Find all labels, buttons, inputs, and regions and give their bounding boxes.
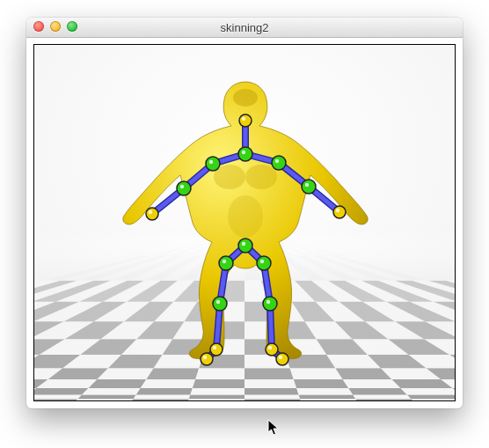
svg-marker-62 [348, 388, 407, 394]
joint-l_toe[interactable] [201, 353, 213, 365]
svg-marker-108 [244, 368, 294, 379]
svg-marker-38 [353, 395, 411, 400]
svg-marker-85 [294, 379, 348, 388]
joint-r_elbow[interactable] [302, 180, 316, 194]
svg-marker-84 [244, 379, 296, 388]
application-window: skinning2 [26, 18, 463, 408]
svg-point-292 [233, 89, 258, 106]
svg-point-290 [245, 165, 277, 189]
svg-marker-10 [133, 399, 189, 400]
svg-marker-82 [141, 379, 195, 388]
svg-point-311 [275, 159, 279, 163]
svg-marker-11 [188, 399, 244, 400]
close-icon[interactable] [33, 21, 44, 32]
svg-marker-57 [82, 388, 141, 394]
window-title: skinning2 [221, 21, 269, 34]
zoom-icon[interactable] [67, 21, 77, 32]
svg-point-312 [180, 185, 184, 188]
svg-marker-14 [355, 399, 412, 400]
svg-marker-107 [195, 368, 244, 379]
svg-marker-8 [34, 399, 78, 400]
joint-r_ankle[interactable] [266, 343, 278, 356]
svg-point-291 [228, 195, 263, 238]
svg-point-322 [268, 346, 272, 349]
svg-point-316 [242, 242, 245, 246]
joint-r_toe[interactable] [276, 353, 288, 365]
joint-l_shoulder[interactable] [206, 157, 220, 171]
gl-viewport[interactable] [33, 44, 456, 401]
joint-head[interactable] [239, 114, 252, 127]
svg-marker-15 [411, 399, 455, 400]
joint-pelvis[interactable] [238, 239, 252, 253]
minimize-icon[interactable] [50, 21, 61, 32]
svg-marker-56 [34, 388, 89, 394]
svg-marker-109 [290, 368, 343, 379]
svg-marker-81 [89, 379, 147, 388]
svg-marker-32 [34, 395, 82, 400]
titlebar[interactable]: skinning2 [26, 18, 463, 38]
joint-r_shoulder[interactable] [272, 156, 286, 170]
svg-point-321 [213, 346, 216, 349]
svg-marker-12 [244, 399, 301, 400]
svg-point-314 [149, 210, 152, 214]
svg-marker-59 [190, 388, 244, 394]
svg-marker-60 [244, 388, 299, 394]
svg-marker-34 [134, 395, 191, 400]
svg-marker-37 [299, 395, 356, 400]
svg-point-319 [216, 300, 220, 304]
window-controls [33, 21, 77, 32]
joint-l_elbow[interactable] [177, 181, 191, 195]
svg-point-320 [266, 300, 270, 304]
svg-marker-61 [296, 388, 353, 394]
svg-marker-33 [78, 395, 136, 400]
scene-svg [34, 45, 455, 400]
svg-point-315 [336, 209, 339, 212]
svg-marker-9 [77, 399, 134, 400]
svg-point-313 [305, 183, 309, 187]
svg-point-318 [260, 260, 264, 263]
svg-marker-86 [343, 379, 401, 388]
joint-l_wrist[interactable] [146, 208, 158, 220]
joint-l_hip[interactable] [219, 256, 233, 270]
svg-marker-63 [400, 388, 455, 394]
joint-r_knee[interactable] [263, 297, 277, 311]
svg-point-323 [203, 356, 207, 359]
joint-neck[interactable] [238, 147, 252, 161]
joint-r_hip[interactable] [257, 256, 271, 270]
svg-point-324 [279, 356, 282, 359]
svg-point-309 [242, 151, 245, 154]
svg-marker-83 [193, 379, 244, 388]
svg-marker-39 [407, 395, 455, 400]
cursor-icon [267, 419, 281, 437]
joint-l_ankle[interactable] [210, 343, 223, 356]
svg-marker-106 [146, 368, 199, 379]
svg-marker-13 [300, 399, 356, 400]
svg-point-308 [242, 117, 245, 121]
joint-l_knee[interactable] [213, 297, 227, 311]
svg-marker-35 [189, 395, 244, 400]
svg-point-317 [223, 260, 226, 263]
joint-r_wrist[interactable] [333, 206, 346, 218]
svg-marker-36 [244, 395, 300, 400]
svg-point-310 [209, 160, 213, 164]
svg-marker-58 [136, 388, 193, 394]
